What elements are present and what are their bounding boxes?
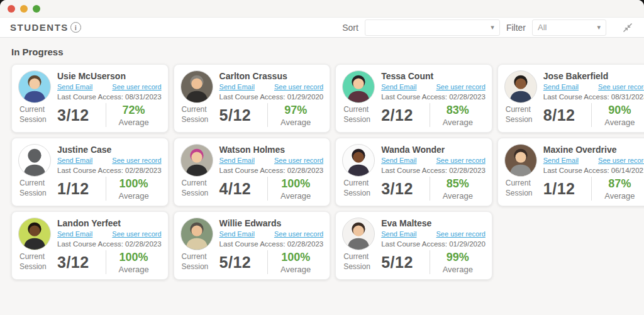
send-email-link[interactable]: Send Email	[381, 83, 416, 91]
avatar-body	[24, 165, 46, 176]
see-user-record-link[interactable]: See user record	[112, 83, 161, 91]
last-access-date: 01/29/2020	[449, 240, 486, 248]
last-access-date: 08/31/2023	[125, 93, 162, 101]
send-email-link[interactable]: Send Email	[57, 83, 92, 91]
avatar-body	[186, 165, 208, 176]
avatar-body	[509, 91, 531, 102]
student-name: Maxine Overdrive	[543, 145, 644, 155]
avatar-body	[24, 238, 46, 250]
average-label: Average	[106, 191, 162, 201]
avatar-body	[348, 165, 370, 176]
avatar-face	[353, 79, 364, 89]
current-session-label: Current Session	[506, 105, 540, 124]
average-percent: 90%	[592, 104, 644, 117]
avatar	[18, 218, 51, 250]
close-window-icon[interactable]	[8, 5, 15, 13]
last-access-label: Last Course Access:	[57, 240, 123, 248]
student-name: Willie Edwards	[219, 218, 324, 228]
last-access-date: 06/14/2021	[611, 167, 644, 174]
student-card: Jose Bakerfield Send Email See user reco…	[497, 64, 644, 133]
see-user-record-link[interactable]: See user record	[598, 83, 644, 91]
see-user-record-link[interactable]: See user record	[274, 157, 323, 164]
filter-label: Filter	[506, 23, 526, 33]
avatar	[342, 144, 375, 177]
avatar-body	[509, 165, 531, 176]
see-user-record-link[interactable]: See user record	[274, 83, 323, 91]
current-session-label: Current Session	[182, 252, 216, 272]
current-session-label: Current Session	[19, 179, 53, 198]
average-percent: 97%	[268, 104, 323, 117]
see-user-record-link[interactable]: See user record	[436, 157, 486, 164]
avatar	[342, 218, 375, 250]
info-icon[interactable]: i	[70, 22, 81, 33]
average-label: Average	[106, 118, 162, 127]
see-user-record-link[interactable]: See user record	[112, 230, 161, 238]
avatar-face	[29, 226, 40, 236]
avatar	[180, 218, 213, 250]
student-card: Wanda Wonder Send Email See user record …	[335, 138, 492, 206]
send-email-link[interactable]: Send Email	[381, 230, 416, 238]
see-user-record-link[interactable]: See user record	[598, 157, 644, 164]
average-percent: 72%	[106, 104, 162, 117]
avatar	[180, 70, 213, 103]
average-percent: 100%	[106, 251, 162, 264]
avatar-face	[353, 226, 364, 236]
avatar	[18, 144, 51, 177]
main-content: In Progress Usie McUserson Send Email Se…	[0, 38, 644, 315]
see-user-record-link[interactable]: See user record	[112, 157, 161, 164]
send-email-link[interactable]: Send Email	[219, 230, 255, 238]
last-access-date: 02/28/2023	[449, 167, 486, 174]
last-access-label: Last Course Access:	[381, 167, 447, 174]
avatar-face	[29, 79, 40, 89]
student-name: Landon Yerfeet	[57, 218, 162, 228]
avatar-face	[515, 79, 526, 89]
last-access-date: 08/31/2023	[611, 93, 644, 101]
student-card: Usie McUserson Send Email See user recor…	[11, 64, 169, 133]
average-percent: 83%	[430, 104, 486, 117]
avatar-body	[186, 238, 208, 250]
avatar-body	[348, 91, 370, 102]
average-label: Average	[592, 191, 644, 201]
avatar	[504, 70, 537, 103]
last-access-label: Last Course Access:	[219, 240, 286, 248]
avatar-body	[24, 91, 46, 102]
send-email-link[interactable]: Send Email	[57, 230, 92, 238]
last-access-date: 02/28/2023	[449, 93, 486, 101]
last-access-date: 02/28/2023	[125, 240, 162, 248]
see-user-record-link[interactable]: See user record	[274, 230, 323, 238]
average-percent: 100%	[268, 177, 323, 191]
current-session-label: Current Session	[182, 105, 216, 124]
zoom-window-icon[interactable]	[33, 5, 40, 13]
session-fraction: 3/12	[381, 180, 413, 198]
avatar-face	[515, 152, 526, 163]
average-label: Average	[592, 118, 644, 127]
send-email-link[interactable]: Send Email	[543, 83, 579, 91]
current-session-label: Current Session	[182, 179, 216, 198]
avatar	[180, 144, 213, 177]
send-email-link[interactable]: Send Email	[381, 157, 416, 164]
send-email-link[interactable]: Send Email	[543, 157, 579, 164]
send-email-link[interactable]: Send Email	[219, 83, 255, 91]
filter-value: All	[538, 23, 547, 32]
avatar	[504, 144, 537, 177]
see-user-record-link[interactable]: See user record	[436, 83, 486, 91]
average-label: Average	[430, 118, 486, 127]
current-session-label: Current Session	[343, 252, 377, 272]
session-fraction: 1/12	[543, 180, 575, 198]
collapse-panel-icon[interactable]	[621, 21, 634, 34]
last-access-date: 01/29/2020	[287, 93, 324, 101]
send-email-link[interactable]: Send Email	[57, 157, 92, 164]
window-titlebar	[0, 0, 644, 18]
average-label: Average	[106, 265, 162, 274]
sort-dropdown[interactable]: ▾	[365, 19, 500, 36]
avatar	[342, 70, 375, 103]
student-name: Watson Holmes	[219, 145, 324, 155]
last-access-label: Last Course Access:	[219, 93, 286, 101]
minimize-window-icon[interactable]	[20, 5, 28, 13]
send-email-link[interactable]: Send Email	[219, 157, 255, 164]
average-label: Average	[430, 265, 486, 274]
filter-dropdown[interactable]: All ▾	[532, 19, 606, 36]
student-name: Usie McUserson	[57, 71, 162, 81]
current-session-label: Current Session	[506, 179, 540, 198]
see-user-record-link[interactable]: See user record	[436, 230, 486, 238]
